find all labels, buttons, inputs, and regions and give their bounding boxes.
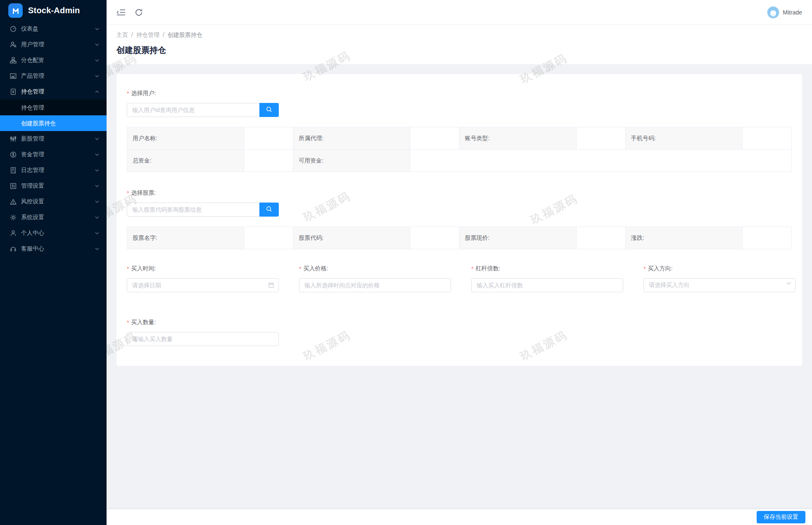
user-name-label: 用户名称: xyxy=(127,127,244,150)
buy-time-label: 买入时间: xyxy=(131,265,156,272)
sidebar-menu: 仪表盘 用户管理 分仓配资 产品管理 持仓管理 持仓管理 创建股票持仓 xyxy=(0,21,107,257)
dashboard-icon xyxy=(10,26,17,32)
buy-quantity-label: 买入数量: xyxy=(131,319,156,326)
user-search-button[interactable] xyxy=(259,103,279,117)
chevron-down-icon xyxy=(95,185,99,187)
buy-price-label: 买入价格: xyxy=(303,265,328,272)
sidebar-item-system-settings[interactable]: 系统设置 xyxy=(0,210,107,225)
support-icon xyxy=(10,246,17,252)
system-settings-icon xyxy=(10,214,17,221)
buy-quantity-input[interactable] xyxy=(127,332,279,346)
breadcrumb-position-management[interactable]: 持仓管理 xyxy=(136,31,159,39)
required-mark: * xyxy=(471,265,473,272)
search-icon xyxy=(266,106,272,114)
sidebar-item-product-management[interactable]: 产品管理 xyxy=(0,68,107,84)
app-logo-icon xyxy=(8,3,23,18)
stock-change-value xyxy=(743,227,792,249)
required-mark: * xyxy=(127,319,129,326)
breadcrumb-separator: / xyxy=(163,31,164,39)
leverage-label: 杠杆倍数: xyxy=(475,265,500,272)
breadcrumb-current: 创建股票持仓 xyxy=(168,31,202,39)
position-submenu: 持仓管理 创建股票持仓 xyxy=(0,100,107,131)
breadcrumb: 主页 / 持仓管理 / 创建股票持仓 xyxy=(116,31,802,39)
sidebar: Stock-Admin 仪表盘 用户管理 分仓配资 产品管理 持仓管理 xyxy=(0,0,107,525)
buy-time-input[interactable] xyxy=(127,278,279,292)
sidebar-item-position-management[interactable]: 持仓管理 xyxy=(0,84,107,100)
buy-direction-field: * 买入方向: 请选择买入方向 xyxy=(643,265,795,292)
select-user-label: * 选择用户: xyxy=(127,90,792,97)
chevron-down-icon xyxy=(95,216,99,219)
breadcrumb-home[interactable]: 主页 xyxy=(116,31,128,39)
chevron-down-icon xyxy=(95,43,99,46)
sidebar-item-dashboard[interactable]: 仪表盘 xyxy=(0,21,107,37)
buy-direction-label: 买入方向: xyxy=(648,265,672,272)
sidebar-subitem-create-stock-position[interactable]: 创建股票持仓 xyxy=(0,115,107,131)
chevron-down-icon xyxy=(95,232,99,234)
agent-value xyxy=(410,127,459,150)
stock-price-value xyxy=(577,227,626,249)
search-icon xyxy=(266,206,272,213)
position-icon xyxy=(10,88,17,95)
username-label: Mitrade xyxy=(783,9,802,16)
sidebar-item-funds-management[interactable]: 资金管理 xyxy=(0,147,107,162)
agent-label: 所属代理: xyxy=(293,127,410,150)
page-title: 创建股票持仓 xyxy=(116,45,802,56)
sidebar-item-sub-account[interactable]: 分仓配资 xyxy=(0,52,107,68)
stock-code-label: 股票代码: xyxy=(293,227,410,249)
app-title: Stock-Admin xyxy=(28,6,80,15)
stock-search-input[interactable] xyxy=(127,203,259,217)
chevron-down-icon xyxy=(95,28,99,30)
page-header: 主页 / 持仓管理 / 创建股票持仓 创建股票持仓 xyxy=(107,25,812,64)
stock-name-value xyxy=(244,227,293,249)
required-mark: * xyxy=(127,265,129,272)
user-icon xyxy=(10,41,17,48)
app-logo[interactable]: Stock-Admin xyxy=(0,0,107,21)
risk-icon xyxy=(10,198,17,205)
cluster-icon xyxy=(10,57,17,64)
chevron-down-icon xyxy=(95,153,99,156)
available-funds-value xyxy=(410,150,792,172)
refresh-icon[interactable] xyxy=(135,8,143,17)
sidebar-item-profile-center[interactable]: 个人中心 xyxy=(0,225,107,241)
buy-price-input[interactable] xyxy=(299,278,451,292)
user-info-table: 用户名称: 所属代理: 账号类型: 手机号码: 总资金: 可用资金: xyxy=(127,127,792,172)
account-type-label: 账号类型: xyxy=(459,127,576,150)
stock-code-value xyxy=(410,227,459,249)
chevron-down-icon xyxy=(95,200,99,203)
main-area: Mitrade 主页 / 持仓管理 / 创建股票持仓 创建股票持仓 * 选择用户… xyxy=(107,0,812,525)
sidebar-item-log-management[interactable]: 日志管理 xyxy=(0,162,107,178)
sidebar-subitem-position-management[interactable]: 持仓管理 xyxy=(0,100,107,115)
sidebar-item-user-management[interactable]: 用户管理 xyxy=(0,37,107,52)
chart-icon xyxy=(10,73,17,79)
user-search-group xyxy=(127,103,279,117)
sidebar-item-admin-settings[interactable]: 管理设置 xyxy=(0,178,107,194)
stock-search-group xyxy=(127,203,279,217)
stock-search-button[interactable] xyxy=(259,203,279,217)
menu-fold-icon[interactable] xyxy=(116,9,126,16)
admin-settings-icon xyxy=(10,183,17,189)
buy-direction-select[interactable]: 请选择买入方向 xyxy=(643,278,795,292)
required-mark: * xyxy=(299,265,301,272)
stock-info-table: 股票名字: 股票代码: 股票现价: 涨跌: xyxy=(127,227,792,249)
sidebar-item-support-center[interactable]: 客服中心 xyxy=(0,241,107,257)
chevron-down-icon xyxy=(95,169,99,172)
user-menu[interactable]: Mitrade xyxy=(767,6,802,19)
buy-price-field: * 买入价格: xyxy=(299,265,451,292)
footer-bar: 保存当前设置 xyxy=(107,509,812,525)
chevron-down-icon xyxy=(95,138,99,140)
save-settings-button[interactable]: 保存当前设置 xyxy=(757,511,805,523)
sidebar-item-ipo-management[interactable]: 新股管理 xyxy=(0,131,107,147)
required-mark: * xyxy=(127,90,129,97)
required-mark: * xyxy=(127,190,129,196)
top-header: Mitrade xyxy=(107,0,812,25)
money-icon xyxy=(10,151,17,158)
profile-icon xyxy=(10,230,17,236)
avatar xyxy=(767,6,779,19)
leverage-input[interactable] xyxy=(471,278,623,292)
buy-quantity-field: * 买入数量: xyxy=(127,319,792,346)
breadcrumb-separator: / xyxy=(131,31,133,39)
sidebar-item-risk-settings[interactable]: 风控设置 xyxy=(0,194,107,210)
candlestick-icon xyxy=(10,136,17,142)
phone-value xyxy=(743,127,792,150)
user-search-input[interactable] xyxy=(127,103,259,117)
